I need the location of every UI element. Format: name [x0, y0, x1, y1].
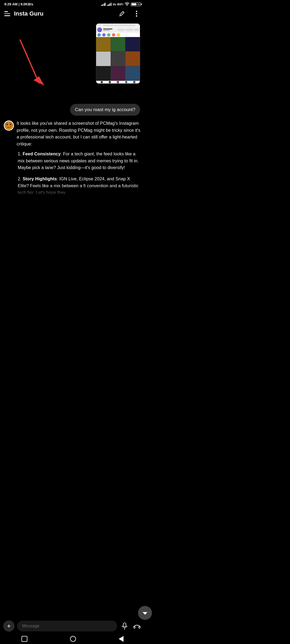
battery-level: 66 [137, 3, 140, 6]
user-message-text: Can you roast my ig account? [75, 107, 135, 112]
svg-point-6 [5, 122, 13, 130]
svg-line-4 [20, 40, 39, 83]
screenshot-thumbnail[interactable] [96, 23, 140, 84]
app-title: Insta Guru [14, 10, 44, 17]
wifi-icon [125, 2, 129, 6]
list-title-2: Story Highlights [23, 176, 57, 181]
status-time: 9:29 AM | 9.0KB/s [4, 2, 33, 6]
menu-button[interactable] [4, 11, 10, 16]
more-button[interactable] [132, 9, 141, 18]
svg-point-0 [126, 5, 127, 6]
red-arrow [15, 37, 52, 91]
list-item-2: 2. Story Highlights: IGN Live, Eclipse 2… [17, 175, 141, 196]
svg-marker-5 [34, 76, 44, 86]
svg-point-1 [136, 11, 137, 12]
status-right: Vo WiFi 66 [101, 2, 141, 6]
status-bar: 9:29 AM | 9.0KB/s Vo WiFi 66 [0, 0, 145, 7]
top-bar: Insta Guru [0, 7, 145, 21]
list-item-1: 1. Feed Consistency: For a tech giant, t… [17, 151, 141, 171]
top-bar-right [118, 9, 141, 18]
user-bubble: Can you roast my ig account? [70, 104, 140, 116]
svg-point-7 [6, 124, 8, 125]
battery-icon: 66 [131, 2, 141, 6]
ai-response: It looks like you've shared a screenshot… [3, 118, 142, 203]
chat-area: Can you roast my ig account? It looks li… [0, 21, 145, 203]
ai-avatar-icon [5, 121, 13, 130]
user-message: Can you roast my ig account? [3, 101, 142, 118]
vo-wifi-label: Vo WiFi [113, 3, 123, 6]
signal-icon [101, 2, 106, 6]
signal-icon-2 [107, 2, 111, 6]
edit-button[interactable] [118, 9, 127, 18]
ai-response-text: It looks like you've shared a screenshot… [17, 120, 141, 200]
top-bar-left: Insta Guru [4, 10, 44, 17]
svg-point-8 [10, 124, 11, 125]
svg-point-2 [136, 13, 137, 14]
list-title-1: Feed Consistency [23, 151, 60, 156]
ai-avatar [4, 120, 14, 131]
list-number-2: 2. [18, 176, 23, 181]
more-icon [136, 11, 137, 17]
screenshot-section [3, 21, 142, 99]
list-number-1: 1. [18, 151, 23, 156]
ai-intro: It looks like you've shared a screenshot… [17, 120, 141, 147]
edit-icon [119, 10, 126, 17]
svg-point-3 [136, 15, 137, 17]
